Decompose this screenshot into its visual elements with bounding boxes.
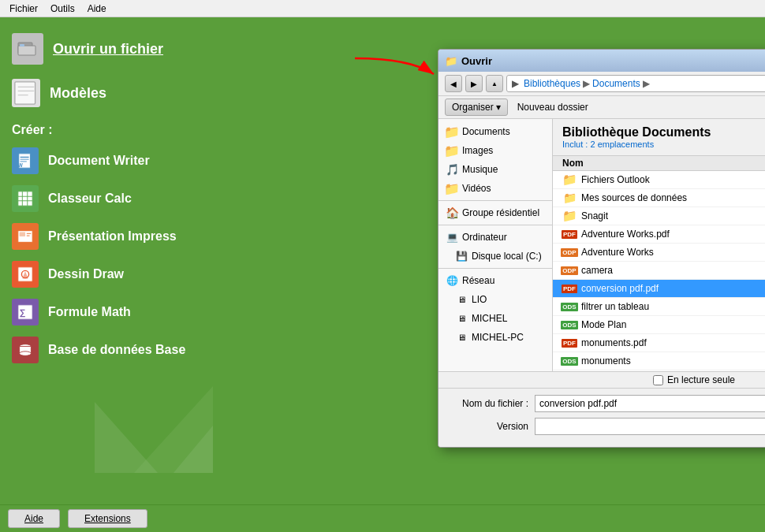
- left-item-ordinateur[interactable]: 💻 Ordinateur: [438, 228, 552, 247]
- aide-button[interactable]: Aide: [8, 509, 60, 528]
- sidebar-item-impress[interactable]: Présentation Impress: [0, 218, 213, 255]
- app-window: Fichier Outils Aide Ouvrir un fichier: [0, 0, 765, 532]
- file-name-cell: camera: [581, 265, 765, 276]
- file-name-cell: Mes sources de données: [581, 192, 765, 203]
- breadcrumb-documents[interactable]: Documents: [592, 78, 640, 89]
- impress-icon: [12, 223, 39, 250]
- file-row[interactable]: 📁 Fichiers Outlook 31/01/2014 18:13 Doss…: [553, 171, 765, 189]
- left-item-michel-pc[interactable]: 🖥 MICHEL-PC: [438, 328, 552, 347]
- menu-bar: Fichier Outils Aide: [0, 0, 765, 17]
- file-name-cell: Mode Plan: [581, 319, 765, 330]
- file-icon-2: 📁: [562, 209, 577, 223]
- arrow-overlay: [347, 50, 442, 100]
- forward-button[interactable]: ▶: [465, 75, 483, 92]
- svg-rect-1: [18, 46, 35, 55]
- menu-fichier[interactable]: Fichier: [3, 2, 44, 16]
- writer-icon: W: [12, 147, 39, 174]
- readonly-checkbox-label[interactable]: En lecture seule: [653, 374, 735, 385]
- menu-outils[interactable]: Outils: [44, 2, 81, 16]
- file-icon-5: ODP: [562, 263, 577, 277]
- file-row[interactable]: ODP camera 02/08/2013 11:33 Présentat: [553, 262, 765, 280]
- impress-label: Présentation Impress: [48, 229, 177, 244]
- left-item-groupe-residentiel[interactable]: 🏠 Groupe résidentiel: [438, 203, 552, 222]
- left-item-michel[interactable]: 🖥 MICHEL: [438, 309, 552, 328]
- groupe-icon: 🏠: [445, 206, 459, 220]
- left-item-documents[interactable]: 📁 Documents: [438, 122, 552, 141]
- breadcrumb-libraries: ▶: [512, 78, 519, 89]
- svg-rect-12: [18, 192, 32, 206]
- folder-title-icon: 📁: [445, 55, 457, 67]
- file-row[interactable]: ODS monuments 25/08/2013 12:10 Feuille d…: [553, 352, 765, 370]
- left-item-reseau[interactable]: 🌐 Réseau: [438, 271, 552, 290]
- file-icon-6: PDF: [562, 281, 577, 296]
- file-icon-1: 📁: [562, 191, 577, 205]
- file-icon-7: ODS: [562, 299, 577, 314]
- file-icon-4: ODP: [562, 245, 577, 259]
- network-comp-icon: 🖥: [454, 292, 468, 307]
- dialog-open: 📁 Ouvrir ✕ ◀ ▶ ▲ ▶ Bibliothèques: [438, 49, 765, 448]
- svg-text:∑: ∑: [20, 307, 26, 318]
- readonly-bar: En lecture seule: [438, 371, 765, 388]
- calc-icon: [12, 185, 39, 212]
- left-item-disk-c[interactable]: 💾 Disque local (C:): [438, 247, 552, 266]
- file-row[interactable]: 📁 Mes sources de données 25/08/2013 18:5…: [553, 189, 765, 207]
- left-item-videos[interactable]: 📁 Vidéos: [438, 179, 552, 198]
- sidebar-open-file[interactable]: Ouvrir un fichier: [0, 25, 213, 73]
- filename-row: Nom du fichier : Tous les fichiers: [448, 395, 765, 412]
- calc-label: Classeur Calc: [48, 192, 132, 206]
- writer-label: Document Writer: [48, 154, 150, 168]
- sidebar-models[interactable]: Modèles: [0, 73, 213, 113]
- version-label: Version: [448, 421, 535, 432]
- file-name-cell: conversion pdf.pdf: [581, 283, 765, 294]
- sidebar-item-draw[interactable]: Dessin Draw: [0, 255, 213, 293]
- file-name-cell: Fichiers Outlook: [581, 174, 765, 185]
- svg-rect-18: [20, 233, 25, 237]
- draw-icon: [12, 261, 39, 288]
- up-button[interactable]: ▲: [486, 75, 503, 92]
- network-comp3-icon: 🖥: [454, 330, 468, 344]
- file-name-cell: Snagit: [581, 210, 765, 221]
- file-row[interactable]: ODS Mode Plan 08/08/2013 16:22 Feuille d…: [553, 316, 765, 334]
- dialog-titlebar: 📁 Ouvrir ✕: [438, 50, 765, 72]
- left-item-musique[interactable]: 🎵 Musique: [438, 160, 552, 179]
- extensions-button[interactable]: Extensions: [68, 509, 147, 528]
- menu-aide[interactable]: Aide: [81, 2, 113, 16]
- back-button[interactable]: ◀: [445, 75, 462, 92]
- new-folder-button[interactable]: Nouveau dossier: [511, 99, 595, 115]
- organize-button[interactable]: Organiser ▾: [445, 99, 508, 116]
- bottom-bar: Aide Extensions: [0, 504, 765, 532]
- version-select[interactable]: [535, 418, 765, 435]
- sidebar-item-math[interactable]: ∑ Formule Math: [0, 293, 213, 331]
- breadcrumb-bibliotheques[interactable]: Bibliothèques: [524, 78, 580, 89]
- sidebar-item-calc[interactable]: Classeur Calc: [0, 180, 213, 218]
- file-row[interactable]: 📁 Snagit 26/06/2013 09:45 Dossier d: [553, 207, 765, 225]
- network-comp2-icon: 🖥: [454, 311, 468, 326]
- readonly-checkbox[interactable]: [653, 375, 663, 385]
- left-item-lio[interactable]: 🖥 LIO: [438, 290, 552, 309]
- base-icon: [12, 337, 39, 363]
- disk-icon: 💾: [454, 249, 468, 263]
- sidebar-item-writer[interactable]: W Document Writer: [0, 142, 213, 180]
- file-row[interactable]: PDF Adventure Works.pdf 26/08/2013 16:09…: [553, 225, 765, 244]
- documents-folder-icon: 📁: [445, 125, 459, 139]
- left-item-images[interactable]: 📁 Images: [438, 141, 552, 160]
- file-row[interactable]: ODS filtrer un tableau 26/07/2013 19:41 …: [553, 298, 765, 316]
- dialog-container: 📁 Ouvrir ✕ ◀ ▶ ▲ ▶ Bibliothèques: [438, 49, 765, 448]
- file-icon-3: PDF: [562, 227, 577, 241]
- file-row[interactable]: PDF monuments.pdf 08/08/2013 08:52 Fichi…: [553, 334, 765, 352]
- math-icon: ∑: [12, 299, 39, 326]
- file-name-cell: Adventure Works.pdf: [581, 229, 765, 240]
- col-name-header: Nom: [562, 158, 765, 169]
- file-name-cell: monuments.pdf: [581, 337, 765, 348]
- filename-label: Nom du fichier :: [448, 398, 535, 409]
- open-file-label: Ouvrir un fichier: [53, 41, 163, 58]
- file-icon-9: PDF: [562, 336, 577, 350]
- video-folder-icon: 📁: [445, 181, 459, 195]
- dialog-view-toolbar: Organiser ▾ Nouveau dossier ≡ ▾ □ ?: [438, 96, 765, 119]
- file-name-cell: monuments: [581, 355, 765, 366]
- open-file-icon: [12, 33, 43, 65]
- file-row[interactable]: PDF conversion pdf.pdf 15/08/2014 10:47 …: [553, 280, 765, 298]
- file-row[interactable]: ODP Adventure Works 26/08/2013 16:21 Pré…: [553, 244, 765, 262]
- filename-input[interactable]: [535, 395, 765, 412]
- library-subtitle[interactable]: Inclut : 2 emplacements: [562, 140, 711, 149]
